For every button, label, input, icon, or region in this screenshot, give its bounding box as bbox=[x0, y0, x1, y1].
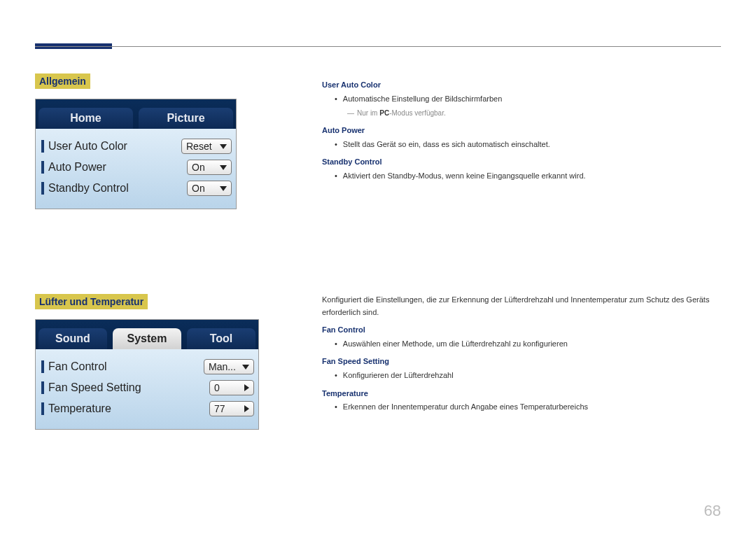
description-luefter: Konfiguriert die Einstellungen, die zur … bbox=[322, 294, 721, 416]
row-marker bbox=[41, 182, 44, 195]
bullet-fan-speed: Konfigurieren der Lüfterdrehzahl bbox=[335, 370, 721, 382]
panel-body-luefter: Fan Control Man... Fan Speed Setting 0 T… bbox=[36, 349, 258, 429]
row-fan-control: Fan Control Man... bbox=[40, 356, 254, 377]
dropdown-standby-control[interactable]: On bbox=[187, 181, 232, 196]
description-allgemein: User Auto Color Automatische Einstellung… bbox=[322, 73, 721, 185]
stepper-value: 0 bbox=[214, 382, 220, 393]
tabs-allgemein: Home Picture bbox=[36, 99, 236, 129]
label-fan-speed: Fan Speed Setting bbox=[48, 381, 209, 394]
tabs-luefter: Sound System Tool bbox=[36, 320, 258, 349]
row-marker bbox=[41, 161, 44, 174]
stepper-fan-speed[interactable]: 0 bbox=[209, 380, 254, 395]
note-pc-mode: ―Nur im PC-Modus verfügbar. bbox=[347, 108, 721, 119]
dropdown-value: Man... bbox=[209, 361, 236, 372]
dropdown-value: Reset bbox=[186, 141, 212, 152]
header-rule bbox=[35, 46, 721, 47]
bullet-fan-control: Auswählen einer Methode, um die Lüfterdr… bbox=[335, 338, 721, 351]
page-number: 68 bbox=[704, 502, 721, 520]
row-marker bbox=[41, 381, 44, 394]
chevron-right-icon bbox=[244, 405, 249, 412]
row-auto-power: Auto Power On bbox=[40, 157, 232, 178]
dropdown-auto-power[interactable]: On bbox=[187, 160, 232, 175]
section-luefter: Lüfter und Temperatur Sound System Tool … bbox=[35, 294, 259, 430]
tab-home[interactable]: Home bbox=[38, 108, 133, 129]
head-temperature: Temperature bbox=[322, 388, 721, 400]
tab-sound[interactable]: Sound bbox=[38, 328, 107, 349]
label-user-auto-color: User Auto Color bbox=[48, 140, 181, 153]
tab-system[interactable]: System bbox=[113, 328, 181, 349]
row-temperature: Temperature 77 bbox=[40, 398, 254, 419]
chevron-down-icon bbox=[220, 186, 227, 191]
note-text-1: Nur im bbox=[357, 109, 379, 117]
row-fan-speed: Fan Speed Setting 0 bbox=[40, 377, 254, 398]
row-marker bbox=[41, 360, 44, 373]
heading-allgemein: Allgemein bbox=[35, 73, 90, 89]
chevron-down-icon bbox=[242, 365, 249, 370]
stepper-temperature[interactable]: 77 bbox=[209, 401, 254, 416]
label-temperature: Temperature bbox=[48, 402, 209, 415]
row-marker bbox=[41, 140, 44, 153]
heading-luefter: Lüfter und Temperatur bbox=[35, 294, 148, 309]
chevron-down-icon bbox=[220, 165, 227, 170]
row-marker bbox=[41, 402, 44, 415]
dropdown-value: On bbox=[192, 183, 205, 194]
chevron-right-icon bbox=[244, 384, 249, 391]
row-user-auto-color: User Auto Color Reset bbox=[40, 136, 232, 157]
head-standby-control: Standby Control bbox=[322, 156, 721, 169]
stepper-value: 77 bbox=[214, 403, 225, 414]
head-fan-control: Fan Control bbox=[322, 324, 721, 337]
note-text-2: -Modus verfügbar. bbox=[389, 109, 446, 117]
section-allgemein: Allgemein Home Picture User Auto Color R… bbox=[35, 73, 237, 209]
panel-allgemein: Home Picture User Auto Color Reset Auto … bbox=[35, 99, 237, 209]
label-standby-control: Standby Control bbox=[48, 182, 187, 195]
dropdown-user-auto-color[interactable]: Reset bbox=[181, 139, 232, 154]
panel-body-allgemein: User Auto Color Reset Auto Power On Stan… bbox=[36, 129, 236, 209]
head-fan-speed: Fan Speed Setting bbox=[322, 356, 721, 368]
bullet-auto-power: Stellt das Gerät so ein, dass es sich au… bbox=[335, 139, 721, 151]
label-fan-control: Fan Control bbox=[48, 360, 204, 373]
head-user-auto-color: User Auto Color bbox=[322, 79, 721, 92]
head-auto-power: Auto Power bbox=[322, 125, 721, 137]
label-auto-power: Auto Power bbox=[48, 161, 187, 174]
dropdown-value: On bbox=[192, 162, 205, 173]
tab-picture[interactable]: Picture bbox=[139, 108, 233, 129]
panel-luefter: Sound System Tool Fan Control Man... Fan… bbox=[35, 319, 259, 430]
bullet-temperature: Erkennen der Innentemperatur durch Angab… bbox=[335, 401, 721, 414]
bullet-user-auto-color: Automatische Einstellung der Bildschirmf… bbox=[335, 93, 721, 106]
intro-luefter: Konfiguriert die Einstellungen, die zur … bbox=[322, 294, 721, 318]
row-standby-control: Standby Control On bbox=[40, 178, 232, 199]
dropdown-fan-control[interactable]: Man... bbox=[204, 359, 254, 374]
tab-tool[interactable]: Tool bbox=[187, 328, 255, 349]
note-dash: ― bbox=[347, 109, 354, 117]
note-bold-pc: PC bbox=[379, 109, 389, 117]
chevron-down-icon bbox=[220, 144, 227, 149]
bullet-standby-control: Aktiviert den Standby-Modus, wenn keine … bbox=[335, 170, 721, 183]
